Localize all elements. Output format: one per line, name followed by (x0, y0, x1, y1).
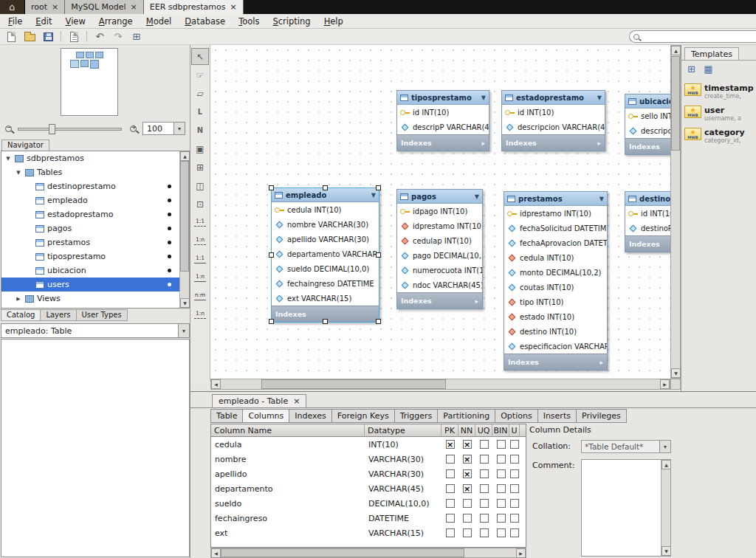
collapse-arrow-icon[interactable]: ▼ (597, 94, 602, 101)
template-table-view-icon[interactable]: ⊞ (684, 63, 698, 75)
save-model-button[interactable] (40, 30, 56, 44)
tab-indexes[interactable]: Indexes (289, 409, 331, 423)
close-icon[interactable]: × (293, 396, 300, 407)
pk-checkbox[interactable] (446, 514, 455, 523)
selection-handle[interactable] (323, 185, 328, 190)
scroll-down-icon[interactable]: ▼ (180, 298, 190, 308)
pk-checkbox[interactable]: × (446, 440, 455, 449)
scroll-left-icon[interactable]: ◀ (211, 548, 221, 558)
diagram-column[interactable]: descripcion V (625, 123, 670, 138)
table-row[interactable]: extVARCHAR(15) (211, 526, 526, 540)
diagram-table-header[interactable]: ubicacion▼ (625, 94, 670, 108)
bin-checkbox[interactable] (497, 514, 506, 523)
un-checkbox[interactable] (510, 528, 519, 537)
hand-tool[interactable]: ☞ (191, 66, 209, 83)
nn-checkbox[interactable] (463, 528, 472, 537)
diagram-column[interactable]: ndoc VARCHAR(45) (397, 278, 482, 292)
diagram-table-empleado[interactable]: empleado▼cedula INT(10)nombre VARCHAR(30… (271, 187, 379, 323)
tab-layers[interactable]: Layers (41, 309, 76, 321)
indexes-section[interactable]: Indexes▸ (397, 292, 482, 309)
zoom-in-button[interactable]: + (127, 123, 140, 135)
tree-item-tiposprestamo[interactable]: tiposprestamo (1, 249, 189, 264)
scroll-up-icon[interactable]: ▲ (671, 46, 681, 55)
zoom-slider-thumb[interactable] (49, 124, 55, 134)
zoom-slider[interactable] (18, 123, 122, 135)
pointer-tool[interactable]: ↖ (191, 48, 209, 65)
rel-n-m-identifying-tool[interactable]: n:m (191, 288, 209, 305)
tab-privileges[interactable]: Privileges (577, 409, 627, 423)
bin-checkbox[interactable] (497, 499, 506, 508)
toggle-grid-button[interactable]: ⊞ (128, 30, 145, 44)
column-name-cell[interactable]: fechaingreso (211, 514, 365, 523)
rel-1-n-non-identifying-tool[interactable]: 1:n (191, 232, 209, 249)
table-row[interactable]: nombreVARCHAR(30)× (211, 452, 526, 466)
scroll-up-icon[interactable]: ▲ (662, 460, 671, 469)
column-name-cell[interactable]: nombre (211, 455, 365, 464)
nn-checkbox[interactable] (463, 514, 472, 523)
diagram-column[interactable]: tipo INT(10) (504, 294, 607, 309)
template-item-user[interactable]: ★MWBuserusername, a (683, 103, 756, 125)
indexes-section[interactable]: Indexes▸ (504, 354, 607, 370)
rel-1-1-non-identifying-tool[interactable]: 1:1 (191, 214, 209, 231)
bin-checkbox[interactable] (497, 455, 506, 464)
table-row[interactable]: apellidoVARCHAR(30)× (211, 466, 526, 481)
diagram-table-header[interactable]: destino▼ (625, 192, 670, 206)
collation-select[interactable]: *Table Default* ▾ (581, 440, 671, 453)
tree-item-tables[interactable]: ▼Tables (1, 165, 189, 179)
chevron-down-icon[interactable]: ▾ (659, 441, 670, 452)
table-row[interactable]: sueldoDECIMAL(10,0) (211, 496, 526, 511)
selection-handle[interactable] (269, 319, 274, 324)
nn-checkbox[interactable] (463, 499, 472, 508)
expander-icon[interactable]: ▼ (4, 156, 12, 162)
tree-item-empleado[interactable]: empleado (1, 193, 189, 207)
tree-item-views[interactable]: ▶Views (1, 292, 189, 306)
canvas-horizontal-scrollbar[interactable]: ◀ ▶ (210, 379, 670, 390)
template-list-view-icon[interactable]: ▦ (701, 63, 715, 75)
scroll-right-icon[interactable]: ▶ (516, 548, 526, 558)
tab-inserts[interactable]: Inserts (538, 409, 577, 423)
diagram-table-prestamos[interactable]: prestamos▼idprestamo INT(10)fechaSolicit… (504, 191, 608, 371)
table-row[interactable]: departamentoVARCHAR(45)× (211, 481, 526, 496)
nn-checkbox[interactable]: × (463, 440, 472, 449)
tab-close-icon[interactable]: × (131, 2, 137, 12)
tree-item-sdbprestamos[interactable]: ▼sdbprestamos (1, 151, 189, 165)
window-tab-eer-sdbprestamos[interactable]: EER sdbprestamos× (144, 0, 244, 14)
diagram-column[interactable]: idpago INT(10) (397, 204, 482, 218)
datatype-cell[interactable]: VARCHAR(30) (365, 469, 441, 479)
selection-handle[interactable] (269, 185, 274, 190)
pk-checkbox[interactable] (446, 528, 455, 537)
un-checkbox[interactable] (510, 440, 519, 449)
grid-header-u[interactable]: U (509, 424, 520, 437)
uq-checkbox[interactable] (480, 499, 489, 508)
eer-canvas[interactable]: tiposprestamo▼id INT(10)descripP VARCHAR… (210, 45, 670, 379)
scroll-down-icon[interactable]: ▼ (662, 546, 671, 556)
column-name-cell[interactable]: ext (211, 528, 365, 538)
print-button[interactable] (66, 30, 82, 44)
diagram-column[interactable]: ext VARCHAR(15) (272, 291, 379, 306)
diagram-column[interactable]: id INT(10) (625, 206, 670, 221)
view-tool[interactable]: ◫ (191, 177, 209, 194)
grid-horizontal-scrollbar[interactable]: ◀ ▶ (210, 548, 526, 558)
table-row[interactable]: cedulaINT(10)×× (211, 437, 526, 452)
menu-arrange[interactable]: Arrange (92, 14, 140, 29)
navigator-section-tab[interactable]: Navigator (1, 140, 49, 151)
open-model-button[interactable] (21, 30, 38, 44)
table-row[interactable]: fechaingresoDATETIME (211, 511, 526, 526)
diagram-column[interactable]: cedula INT(10) (504, 250, 607, 265)
menu-model[interactable]: Model (140, 14, 179, 29)
scroll-up-icon[interactable]: ▲ (180, 151, 190, 161)
chevron-down-icon[interactable]: ▾ (178, 324, 189, 337)
menu-scripting[interactable]: Scripting (266, 14, 317, 29)
diagram-column[interactable]: departamento VARCHAR(45) (272, 247, 379, 261)
tab-foreign-keys[interactable]: Foreign Keys (332, 409, 395, 423)
expander-icon[interactable]: ▼ (15, 170, 22, 176)
nn-checkbox[interactable]: × (463, 469, 472, 478)
diagram-column[interactable]: sello INT(10) (625, 108, 670, 123)
diagram-column[interactable]: descripP VARCHAR(45) (397, 120, 489, 134)
grid-hscroll-thumb[interactable] (221, 548, 464, 557)
tab-close-icon[interactable]: × (230, 2, 237, 12)
diagram-table-header[interactable]: estadoprestamo▼ (502, 91, 605, 105)
comment-scrollbar[interactable]: ▲ ▼ (661, 460, 670, 556)
diagram-column[interactable]: cedula INT(10) (272, 202, 379, 217)
bin-checkbox[interactable] (497, 484, 506, 493)
